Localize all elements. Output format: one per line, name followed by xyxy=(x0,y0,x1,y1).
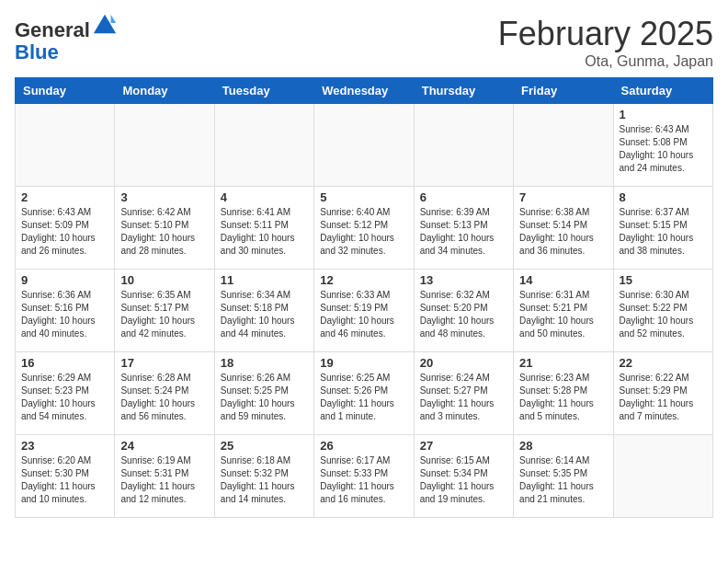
day-info: Sunrise: 6:34 AM Sunset: 5:18 PM Dayligh… xyxy=(221,289,308,340)
calendar-cell: 26Sunrise: 6:17 AM Sunset: 5:33 PM Dayli… xyxy=(314,435,414,518)
calendar-cell: 22Sunrise: 6:22 AM Sunset: 5:29 PM Dayli… xyxy=(613,352,712,435)
day-number: 25 xyxy=(221,439,308,453)
calendar-cell: 9Sunrise: 6:36 AM Sunset: 5:16 PM Daylig… xyxy=(16,270,115,352)
weekday-wednesday: Wednesday xyxy=(314,78,414,104)
week-row-4: 16Sunrise: 6:29 AM Sunset: 5:23 PM Dayli… xyxy=(16,352,713,435)
day-info: Sunrise: 6:31 AM Sunset: 5:21 PM Dayligh… xyxy=(519,289,607,340)
calendar-cell: 18Sunrise: 6:26 AM Sunset: 5:25 PM Dayli… xyxy=(214,352,313,435)
day-number: 14 xyxy=(519,273,607,287)
day-number: 24 xyxy=(120,439,208,453)
day-info: Sunrise: 6:32 AM Sunset: 5:20 PM Dayligh… xyxy=(420,289,507,340)
day-number: 27 xyxy=(420,439,507,453)
day-number: 20 xyxy=(420,356,507,370)
day-number: 19 xyxy=(320,356,407,370)
day-number: 21 xyxy=(519,356,607,370)
calendar-cell: 13Sunrise: 6:32 AM Sunset: 5:20 PM Dayli… xyxy=(414,270,513,352)
day-number: 4 xyxy=(221,190,308,204)
day-number: 3 xyxy=(120,190,208,204)
day-number: 26 xyxy=(320,439,407,453)
day-info: Sunrise: 6:37 AM Sunset: 5:15 PM Dayligh… xyxy=(620,206,707,258)
weekday-header-row: SundayMondayTuesdayWednesdayThursdayFrid… xyxy=(16,78,713,104)
day-number: 18 xyxy=(221,356,308,370)
logo-blue: Blue xyxy=(15,40,59,63)
calendar-cell xyxy=(514,104,613,187)
day-info: Sunrise: 6:30 AM Sunset: 5:22 PM Dayligh… xyxy=(620,289,707,340)
day-number: 5 xyxy=(320,190,407,204)
day-number: 6 xyxy=(420,190,507,204)
calendar-table: SundayMondayTuesdayWednesdayThursdayFrid… xyxy=(15,77,713,518)
day-number: 7 xyxy=(519,190,607,204)
calendar-cell: 14Sunrise: 6:31 AM Sunset: 5:21 PM Dayli… xyxy=(514,270,613,352)
weekday-saturday: Saturday xyxy=(613,78,712,104)
calendar-cell: 17Sunrise: 6:28 AM Sunset: 5:24 PM Dayli… xyxy=(115,352,214,435)
day-number: 28 xyxy=(519,439,607,453)
calendar-cell: 27Sunrise: 6:15 AM Sunset: 5:34 PM Dayli… xyxy=(414,435,513,518)
logo-general: General xyxy=(15,18,90,41)
day-info: Sunrise: 6:18 AM Sunset: 5:32 PM Dayligh… xyxy=(221,454,308,506)
day-info: Sunrise: 6:14 AM Sunset: 5:35 PM Dayligh… xyxy=(519,454,607,506)
logo: General Blue xyxy=(15,15,118,63)
day-info: Sunrise: 6:38 AM Sunset: 5:14 PM Dayligh… xyxy=(519,206,607,258)
day-info: Sunrise: 6:20 AM Sunset: 5:30 PM Dayligh… xyxy=(21,454,108,506)
calendar-cell: 8Sunrise: 6:37 AM Sunset: 5:15 PM Daylig… xyxy=(613,187,712,270)
day-info: Sunrise: 6:36 AM Sunset: 5:16 PM Dayligh… xyxy=(21,289,108,340)
calendar-cell: 4Sunrise: 6:41 AM Sunset: 5:11 PM Daylig… xyxy=(214,187,313,270)
day-info: Sunrise: 6:39 AM Sunset: 5:13 PM Dayligh… xyxy=(420,206,507,258)
day-info: Sunrise: 6:33 AM Sunset: 5:19 PM Dayligh… xyxy=(320,289,407,340)
day-number: 17 xyxy=(120,356,208,370)
calendar-cell: 25Sunrise: 6:18 AM Sunset: 5:32 PM Dayli… xyxy=(214,435,313,518)
weekday-tuesday: Tuesday xyxy=(214,78,313,104)
day-number: 10 xyxy=(120,273,208,287)
calendar-cell xyxy=(613,435,712,518)
calendar-cell: 1Sunrise: 6:43 AM Sunset: 5:08 PM Daylig… xyxy=(613,104,712,187)
day-number: 11 xyxy=(221,273,308,287)
calendar-cell xyxy=(115,104,214,187)
calendar-cell: 6Sunrise: 6:39 AM Sunset: 5:13 PM Daylig… xyxy=(414,187,513,270)
calendar-cell: 2Sunrise: 6:43 AM Sunset: 5:09 PM Daylig… xyxy=(16,187,115,270)
calendar-cell: 16Sunrise: 6:29 AM Sunset: 5:23 PM Dayli… xyxy=(16,352,115,435)
day-number: 13 xyxy=(420,273,507,287)
day-info: Sunrise: 6:35 AM Sunset: 5:17 PM Dayligh… xyxy=(120,289,208,340)
day-number: 2 xyxy=(21,190,108,204)
calendar-cell: 24Sunrise: 6:19 AM Sunset: 5:31 PM Dayli… xyxy=(115,435,214,518)
day-number: 9 xyxy=(21,273,108,287)
day-info: Sunrise: 6:15 AM Sunset: 5:34 PM Dayligh… xyxy=(420,454,507,506)
calendar-cell: 28Sunrise: 6:14 AM Sunset: 5:35 PM Dayli… xyxy=(514,435,613,518)
calendar-cell: 20Sunrise: 6:24 AM Sunset: 5:27 PM Dayli… xyxy=(414,352,513,435)
day-number: 1 xyxy=(620,108,707,121)
calendar-cell: 11Sunrise: 6:34 AM Sunset: 5:18 PM Dayli… xyxy=(214,270,313,352)
location: Ota, Gunma, Japan xyxy=(498,53,713,70)
calendar-cell: 12Sunrise: 6:33 AM Sunset: 5:19 PM Dayli… xyxy=(314,270,414,352)
week-row-1: 1Sunrise: 6:43 AM Sunset: 5:08 PM Daylig… xyxy=(16,104,713,187)
day-info: Sunrise: 6:17 AM Sunset: 5:33 PM Dayligh… xyxy=(320,454,407,506)
day-info: Sunrise: 6:23 AM Sunset: 5:28 PM Dayligh… xyxy=(519,372,607,423)
day-info: Sunrise: 6:41 AM Sunset: 5:11 PM Dayligh… xyxy=(221,206,308,258)
calendar-cell xyxy=(214,104,313,187)
weekday-monday: Monday xyxy=(115,78,214,104)
calendar-cell xyxy=(314,104,414,187)
day-number: 22 xyxy=(620,356,707,370)
page-header: General Blue February 2025 Ota, Gunma, J… xyxy=(15,15,713,70)
day-info: Sunrise: 6:42 AM Sunset: 5:10 PM Dayligh… xyxy=(120,206,208,258)
day-info: Sunrise: 6:40 AM Sunset: 5:12 PM Dayligh… xyxy=(320,206,407,258)
day-number: 16 xyxy=(21,356,108,370)
weekday-sunday: Sunday xyxy=(16,78,115,104)
day-number: 12 xyxy=(320,273,407,287)
day-info: Sunrise: 6:25 AM Sunset: 5:26 PM Dayligh… xyxy=(320,372,407,423)
weekday-friday: Friday xyxy=(514,78,613,104)
calendar-cell: 7Sunrise: 6:38 AM Sunset: 5:14 PM Daylig… xyxy=(514,187,613,270)
day-info: Sunrise: 6:29 AM Sunset: 5:23 PM Dayligh… xyxy=(21,372,108,423)
day-info: Sunrise: 6:26 AM Sunset: 5:25 PM Dayligh… xyxy=(221,372,308,423)
calendar-cell: 10Sunrise: 6:35 AM Sunset: 5:17 PM Dayli… xyxy=(115,270,214,352)
calendar-cell: 5Sunrise: 6:40 AM Sunset: 5:12 PM Daylig… xyxy=(314,187,414,270)
day-number: 8 xyxy=(620,190,707,204)
title-block: February 2025 Ota, Gunma, Japan xyxy=(498,15,713,70)
logo-icon xyxy=(92,11,118,37)
calendar-cell: 3Sunrise: 6:42 AM Sunset: 5:10 PM Daylig… xyxy=(115,187,214,270)
day-number: 23 xyxy=(21,439,108,453)
calendar-cell xyxy=(414,104,513,187)
week-row-3: 9Sunrise: 6:36 AM Sunset: 5:16 PM Daylig… xyxy=(16,270,713,352)
calendar-cell: 19Sunrise: 6:25 AM Sunset: 5:26 PM Dayli… xyxy=(314,352,414,435)
calendar-cell: 15Sunrise: 6:30 AM Sunset: 5:22 PM Dayli… xyxy=(613,270,712,352)
week-row-2: 2Sunrise: 6:43 AM Sunset: 5:09 PM Daylig… xyxy=(16,187,713,270)
